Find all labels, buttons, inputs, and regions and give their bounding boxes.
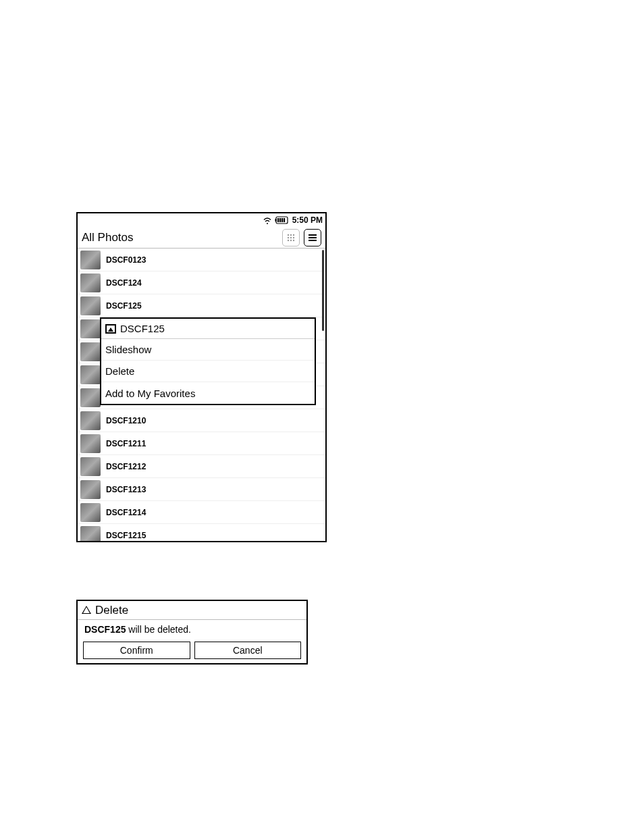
list-item[interactable]: DSCF124	[78, 271, 325, 294]
svg-rect-4	[281, 218, 283, 222]
dialog-message: DSCF125 will be deleted.	[78, 620, 306, 642]
svg-rect-2	[277, 218, 279, 222]
svg-rect-15	[308, 234, 317, 236]
status-time: 5:50 PM	[292, 215, 323, 225]
menu-item-add-favorite[interactable]: Add to My Favorites	[101, 382, 315, 404]
photo-name: DSCF0123	[106, 255, 146, 265]
svg-rect-1	[275, 219, 276, 221]
list-item[interactable]: DSCF0123	[78, 249, 325, 271]
photo-name: DSCF1212	[106, 462, 146, 471]
list-view-button[interactable]	[304, 229, 321, 246]
photo-thumbnail	[80, 526, 101, 542]
button-label: Confirm	[120, 645, 153, 656]
grid-icon	[286, 232, 296, 243]
photo-name: DSCF1210	[106, 416, 146, 425]
list-item[interactable]: DSCF125	[78, 294, 325, 317]
photo-thumbnail	[80, 434, 101, 453]
photo-thumbnail	[80, 319, 101, 338]
list-item[interactable]: DSCF1213	[78, 478, 325, 501]
warning-icon	[82, 606, 91, 614]
delete-dialog: Delete DSCF125 will be deleted. Confirm …	[76, 600, 308, 664]
photo-thumbnail	[80, 503, 101, 522]
svg-rect-16	[308, 237, 317, 238]
menu-item-label: Slideshow	[105, 344, 151, 355]
device-frame: 5:50 PM All Photos DSCF0123	[76, 212, 327, 542]
context-menu: DSCF125 Slideshow Delete Add to My Favor…	[100, 317, 316, 405]
svg-point-12	[288, 239, 289, 240]
scrollbar[interactable]	[322, 250, 324, 331]
list-item[interactable]: DSCF1211	[78, 432, 325, 455]
wifi-icon	[263, 216, 272, 224]
context-menu-title: DSCF125	[101, 319, 315, 339]
grid-view-button[interactable]	[282, 229, 300, 246]
svg-point-8	[293, 234, 294, 235]
photo-thumbnail	[80, 273, 101, 292]
photo-thumbnail	[80, 251, 101, 269]
battery-icon	[275, 216, 290, 224]
photo-name: DSCF125	[106, 301, 142, 311]
dialog-header: Delete	[78, 601, 306, 620]
cancel-button[interactable]: Cancel	[194, 642, 302, 659]
svg-point-6	[288, 234, 289, 235]
dialog-filename: DSCF125	[84, 624, 126, 635]
app-header: All Photos	[78, 227, 325, 249]
status-bar: 5:50 PM	[78, 213, 325, 227]
menu-item-label: Delete	[105, 365, 134, 377]
context-menu-target: DSCF125	[120, 323, 165, 334]
photo-name: DSCF1213	[106, 485, 146, 494]
dialog-title: Delete	[95, 604, 128, 617]
svg-point-14	[293, 239, 294, 240]
photo-list[interactable]: DSCF0123 DSCF124 DSCF125 DSCF1210	[78, 249, 325, 541]
photo-thumbnail	[80, 342, 101, 361]
button-label: Cancel	[233, 645, 263, 656]
photo-name: DSCF1211	[106, 439, 146, 448]
photo-thumbnail	[80, 480, 101, 499]
photo-thumbnail	[80, 411, 101, 430]
list-item[interactable]: DSCF1210	[78, 409, 325, 432]
svg-rect-17	[308, 240, 317, 241]
photo-icon	[105, 324, 116, 334]
photo-name: DSCF1214	[106, 508, 146, 517]
dialog-message-suffix: will be deleted.	[126, 624, 191, 635]
menu-item-label: Add to My Favorites	[105, 388, 195, 399]
page-title: All Photos	[82, 231, 278, 244]
list-icon	[307, 232, 318, 243]
photo-name: DSCF1215	[106, 531, 146, 540]
svg-rect-5	[284, 218, 285, 222]
photo-thumbnail	[80, 388, 101, 407]
photo-thumbnail	[80, 365, 101, 384]
svg-point-13	[290, 239, 292, 240]
confirm-button[interactable]: Confirm	[83, 642, 190, 659]
menu-item-delete[interactable]: Delete	[101, 361, 315, 382]
list-item[interactable]: DSCF1212	[78, 455, 325, 478]
photo-thumbnail	[80, 457, 101, 476]
svg-point-11	[293, 236, 294, 238]
svg-point-9	[288, 236, 289, 238]
svg-point-10	[290, 236, 292, 238]
svg-rect-3	[279, 218, 281, 222]
list-item[interactable]: DSCF1215	[78, 524, 325, 541]
menu-item-slideshow[interactable]: Slideshow	[101, 339, 315, 361]
dialog-actions: Confirm Cancel	[78, 642, 306, 659]
svg-point-7	[290, 234, 292, 235]
photo-thumbnail	[80, 296, 101, 315]
list-item[interactable]: DSCF1214	[78, 501, 325, 524]
photo-name: DSCF124	[106, 278, 142, 288]
